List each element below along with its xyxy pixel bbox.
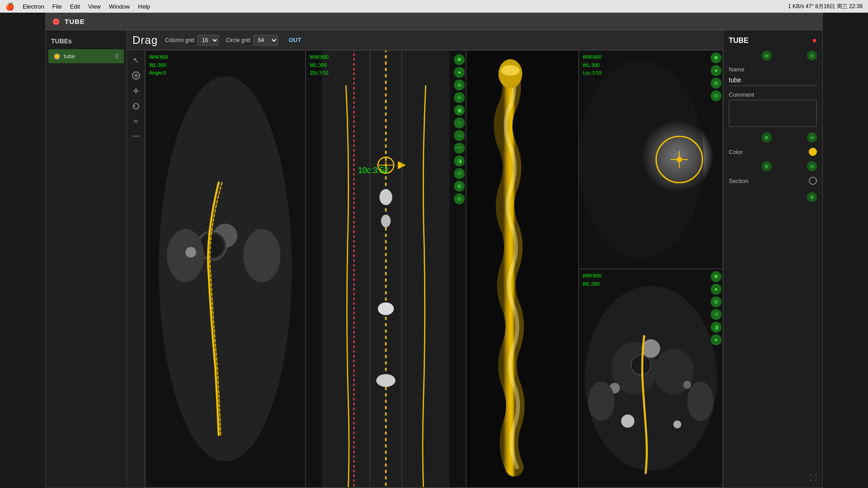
- vp2-tool-1[interactable]: ✱: [454, 54, 465, 65]
- rotate-tool[interactable]: [130, 100, 142, 113]
- svg-point-45: [673, 420, 681, 428]
- svg-rect-10: [322, 51, 449, 487]
- rs-icon-6[interactable]: ⊖: [807, 161, 817, 171]
- rs-icon-5[interactable]: ⊕: [762, 161, 772, 171]
- vp5-tool-2[interactable]: ●: [711, 284, 722, 295]
- left-sidebar: TUBEs tube 0: [46, 30, 127, 488]
- menu-edit[interactable]: Edit: [70, 3, 80, 10]
- vp5-tool-5[interactable]: ◑: [711, 322, 722, 333]
- vp3-circle-bottom[interactable]: ○: [564, 460, 575, 471]
- rs-icons-top: ⊕ ⊖: [729, 51, 817, 61]
- circle-grid-select[interactable]: 16 32 64 128: [253, 35, 278, 46]
- vp2-tool-11[interactable]: ⊕: [454, 181, 465, 192]
- vp2-tool-12[interactable]: ⊖: [454, 193, 465, 204]
- tube-item-count: 0: [115, 53, 118, 60]
- rs-icon-7[interactable]: ⊕: [807, 192, 817, 202]
- tube-list-item[interactable]: tube 0: [48, 49, 124, 63]
- right-sidebar-title: TUBE ●: [729, 36, 817, 45]
- svg-point-25: [499, 59, 523, 88]
- vp2-tool-9[interactable]: ◑: [454, 155, 465, 166]
- svg-point-42: [588, 381, 614, 421]
- svg-rect-9: [306, 51, 466, 487]
- vp2-tool-3[interactable]: ⊕: [454, 80, 465, 90]
- vp2-tool-7[interactable]: ○: [454, 130, 465, 141]
- vp3-circle-bottom2[interactable]: ○: [564, 473, 575, 483]
- column-grid-select[interactable]: 8 16 32 64: [197, 35, 219, 46]
- viewport-top-right[interactable]: WW:800 WL:300 Loc:3.59: [579, 50, 723, 269]
- gamepad-tool[interactable]: [130, 69, 142, 82]
- rs-expand-icon[interactable]: ⛶: [810, 474, 817, 482]
- rs-icons-bottom: ⊕: [729, 192, 817, 202]
- column-grid-control: Column grid 8 16 32 64: [165, 35, 219, 46]
- rs-expand: ⛶: [729, 474, 817, 482]
- drag-label: Drag: [132, 34, 158, 47]
- svg-point-17: [379, 189, 392, 205]
- vp2-tool-5[interactable]: ▣: [454, 105, 465, 116]
- section-label: Section: [729, 178, 748, 184]
- svg-rect-1: [146, 51, 305, 487]
- svg-point-36: [611, 342, 657, 395]
- menu-help[interactable]: Help: [138, 3, 150, 10]
- toolbar: Drag Column grid 8 16 32 64 Circle grid …: [127, 30, 723, 50]
- vp2-expand[interactable]: ↙: [458, 477, 463, 484]
- toolbar-area: Drag Column grid 8 16 32 64 Circle grid …: [127, 30, 723, 488]
- vp4-tool-2[interactable]: ●: [711, 65, 722, 76]
- svg-marker-16: [398, 161, 406, 169]
- viewport-bottom-right[interactable]: WW:800 WL:300: [579, 269, 723, 488]
- menu-file[interactable]: File: [52, 3, 62, 10]
- vp5-label: WW:800 WL:300: [583, 272, 602, 288]
- menu-app[interactable]: Electron: [23, 3, 44, 10]
- menu-window[interactable]: Window: [109, 3, 130, 10]
- svg-point-43: [687, 381, 713, 421]
- vp2-tool-4[interactable]: ⊖: [454, 92, 465, 103]
- menubar: 🍎 Electron File Edit View Window Help 1 …: [0, 0, 868, 13]
- vp4-tool-3[interactable]: ⊕: [711, 78, 722, 89]
- rs-icon-4[interactable]: ⊖: [807, 132, 817, 142]
- wave-tool[interactable]: ≈: [130, 115, 142, 128]
- svg-point-39: [631, 355, 651, 375]
- svg-point-31: [676, 157, 682, 162]
- svg-rect-34: [579, 269, 723, 487]
- svg-point-28: [641, 120, 713, 192]
- rs-icon-1[interactable]: ⊕: [762, 51, 772, 61]
- close-button[interactable]: ✕: [53, 19, 59, 25]
- tube-item-name: tube: [64, 53, 112, 60]
- menu-view[interactable]: View: [88, 3, 101, 10]
- recording-indicator: ●: [812, 36, 817, 45]
- rs-icon-2[interactable]: ⊖: [807, 51, 817, 61]
- color-swatch[interactable]: [809, 148, 817, 156]
- vp5-tools: ✱ ● ⊕ ↺ ◑ ●: [711, 271, 722, 345]
- viewport-area: ↖ ✛ ≈ 〰: [127, 50, 723, 488]
- svg-point-6: [167, 229, 204, 282]
- cursor-tool[interactable]: ↖: [130, 54, 142, 66]
- rs-icon-3[interactable]: ⊕: [762, 132, 772, 142]
- vp4-tool-1[interactable]: ✱: [711, 52, 722, 63]
- vp5-tool-6[interactable]: ●: [711, 334, 722, 345]
- vp2-tool-6[interactable]: ○: [454, 117, 465, 128]
- vp5-tool-4[interactable]: ↺: [711, 309, 722, 320]
- name-input[interactable]: [729, 75, 817, 86]
- comment-input[interactable]: [729, 100, 817, 127]
- svg-point-41: [683, 381, 691, 389]
- vp4-tool-4[interactable]: ⊖: [711, 90, 722, 101]
- svg-point-19: [378, 302, 394, 315]
- curve-tool[interactable]: 〰: [130, 131, 142, 143]
- viewport-sagittal[interactable]: WW:800 WL:300 10c:3.52: [306, 50, 466, 488]
- vp5-tool-1[interactable]: ✱: [711, 271, 722, 282]
- vp2-tool-2[interactable]: ●: [454, 67, 465, 78]
- vp2-tool-10[interactable]: ↺: [454, 168, 465, 179]
- svg-point-26: [501, 65, 519, 75]
- comment-field-group: Comment: [729, 91, 817, 127]
- vp1-label: WW:800 WL:300 Angle:0: [149, 53, 168, 77]
- viewport-axial[interactable]: WW:800 WL:300 Angle:0: [145, 50, 306, 488]
- vp4-expand[interactable]: ⊞: [704, 258, 710, 267]
- viewport-3d[interactable]: ○ ○: [466, 50, 579, 488]
- app-window: ✕ TUBE TUBEs tube 0 Drag Column grid 8: [45, 13, 823, 488]
- svg-point-38: [642, 339, 660, 358]
- vp5-tool-3[interactable]: ⊕: [711, 296, 722, 307]
- move-tool[interactable]: ✛: [130, 84, 142, 97]
- section-circle[interactable]: [809, 177, 817, 185]
- vp2-tool-8[interactable]: 〰: [454, 143, 465, 154]
- vp5-expand[interactable]: ⛶: [713, 477, 720, 484]
- svg-point-8: [185, 247, 196, 258]
